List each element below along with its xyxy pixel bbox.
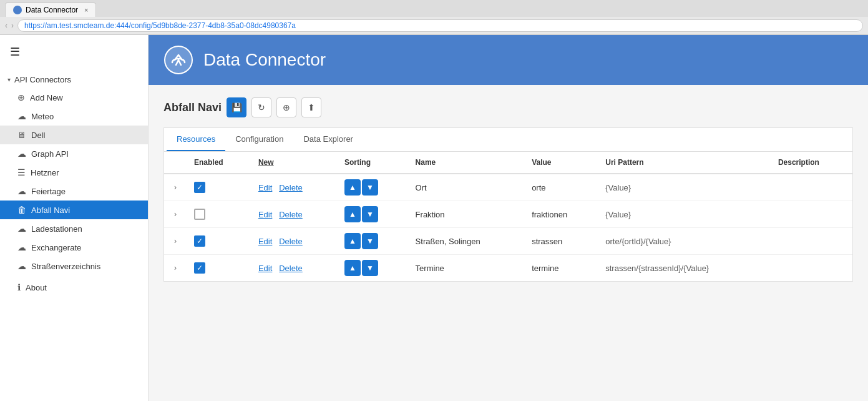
sidebar-item-ladestationen[interactable]: ☁ Ladestationen: [0, 219, 148, 238]
tab-favicon: [13, 6, 22, 14]
delete-button[interactable]: Delete: [279, 264, 303, 273]
browser-tab[interactable]: Data Connector ×: [5, 2, 96, 17]
tab-close-button[interactable]: ×: [84, 6, 88, 14]
browser-chrome: Data Connector × ‹ › https://am.test.smc…: [0, 0, 868, 35]
sidebar-item-hetzner[interactable]: ☰ Hetzner: [0, 163, 148, 182]
export-button[interactable]: ⬆: [301, 97, 321, 117]
sort-up-button[interactable]: ▲: [344, 260, 361, 276]
sidebar-group-label: API Connectors: [14, 75, 71, 84]
hamburger-menu-button[interactable]: ☰: [0, 35, 148, 69]
row-uri-pattern-cell: strassen/{strassenId}/{Value}: [598, 255, 771, 282]
row-name-cell: Fraktion: [408, 201, 525, 228]
chevron-down-icon: ▾: [7, 76, 11, 83]
sort-up-button[interactable]: ▲: [344, 179, 361, 196]
expand-button[interactable]: ›: [172, 209, 179, 220]
sidebar-item-label: Graph API: [31, 149, 69, 159]
table-header-row: Enabled New Sorting Name Value Uri Patte…: [164, 152, 852, 174]
col-enabled: Enabled: [187, 152, 251, 174]
sort-buttons: ▲ ▼: [344, 206, 401, 222]
tab-data-explorer[interactable]: Data Explorer: [293, 128, 363, 151]
col-value: Value: [524, 152, 598, 174]
sidebar-item-meteo[interactable]: ☁ Meteo: [0, 107, 148, 126]
export-icon: ⬆: [308, 102, 315, 112]
tabs: Resources Configuration Data Explorer: [164, 128, 852, 152]
info-icon: ℹ: [17, 282, 21, 292]
add-resource-button[interactable]: ⊕: [276, 97, 296, 117]
sort-buttons: ▲ ▼: [344, 233, 401, 249]
cloud-icon: ☁: [17, 224, 26, 234]
save-button[interactable]: 💾: [227, 97, 246, 117]
sidebar-item-label: Straßenverzeichnis: [31, 262, 100, 271]
col-new[interactable]: New: [251, 152, 337, 174]
row-enabled-cell: ✓: [187, 174, 251, 201]
sidebar-item-exchangerate[interactable]: ☁ Exchangerate: [0, 238, 148, 257]
row-actions-cell: Edit Delete: [251, 201, 337, 228]
row-uri-pattern-cell: {Value}: [598, 174, 771, 201]
row-value-cell: termine: [524, 255, 598, 282]
sidebar-group-api-connectors[interactable]: ▾ API Connectors: [0, 71, 148, 88]
enabled-checkbox[interactable]: ✓: [194, 262, 205, 274]
expand-button[interactable]: ›: [172, 182, 179, 193]
main-content: Data Connector Abfall Navi 💾 ↻ ⊕ ⬆: [149, 35, 868, 401]
cloud-icon: ☁: [17, 242, 26, 252]
row-name-cell: Termine: [408, 255, 525, 282]
sort-down-button[interactable]: ▼: [362, 179, 378, 196]
save-icon: 💾: [232, 102, 242, 112]
nav-forward-button[interactable]: ›: [11, 21, 14, 30]
header-logo-icon: [163, 45, 193, 75]
expand-button[interactable]: ›: [172, 235, 179, 247]
connector-header: Abfall Navi 💾 ↻ ⊕ ⬆: [163, 97, 853, 117]
enabled-checkbox[interactable]: ✓: [194, 182, 205, 193]
sort-down-button[interactable]: ▼: [362, 233, 378, 249]
delete-button[interactable]: Delete: [279, 210, 303, 219]
col-description: Description: [771, 152, 852, 174]
add-icon: ⊕: [283, 102, 290, 112]
trash-icon: 🗑: [17, 205, 26, 215]
sidebar-item-about[interactable]: ℹ About: [0, 278, 148, 297]
sort-buttons: ▲ ▼: [344, 260, 401, 276]
sidebar-item-label: Meteo: [31, 112, 54, 121]
sidebar-item-abfall-navi[interactable]: 🗑 Abfall Navi: [0, 200, 148, 219]
edit-button[interactable]: Edit: [258, 237, 272, 246]
sidebar-item-add-new[interactable]: ⊕ Add New: [0, 88, 148, 107]
sort-down-button[interactable]: ▼: [362, 260, 378, 276]
nav-back-button[interactable]: ‹: [5, 21, 7, 30]
row-enabled-cell: ✓: [187, 255, 251, 282]
edit-button[interactable]: Edit: [258, 264, 272, 273]
sidebar-item-label: Exchangerate: [31, 243, 81, 252]
sort-down-button[interactable]: ▼: [362, 206, 378, 222]
table-row: › ✓ Edit Delete: [164, 228, 852, 255]
row-expand-cell: ›: [164, 255, 187, 282]
row-actions-cell: Edit Delete: [251, 255, 337, 282]
enabled-checkbox[interactable]: [194, 209, 205, 220]
sidebar-item-strassenverzeichnis[interactable]: ☁ Straßenverzeichnis: [0, 257, 148, 275]
tab-resources[interactable]: Resources: [167, 128, 225, 151]
row-value-cell: orte: [524, 174, 598, 201]
sidebar-item-dell[interactable]: 🖥 Dell: [0, 126, 148, 144]
row-enabled-cell: [187, 201, 251, 228]
sidebar-item-label: Feiertage: [31, 187, 66, 196]
sidebar-item-label: Hetzner: [31, 168, 59, 177]
tab-configuration[interactable]: Configuration: [225, 128, 293, 151]
cloud-icon: ☁: [17, 186, 26, 196]
sidebar-item-feiertage[interactable]: ☁ Feiertage: [0, 182, 148, 200]
sidebar: ☰ ▾ API Connectors ⊕ Add New ☁ Meteo 🖥 D…: [0, 35, 149, 401]
sort-up-button[interactable]: ▲: [344, 233, 361, 249]
url-bar[interactable]: https://am.test.smcteam.de:444/config/5d…: [17, 19, 863, 32]
sort-up-button[interactable]: ▲: [344, 206, 361, 222]
delete-button[interactable]: Delete: [279, 183, 303, 192]
resources-table: Enabled New Sorting Name Value Uri Patte…: [164, 152, 852, 281]
edit-button[interactable]: Edit: [258, 183, 272, 192]
sidebar-item-graph-api[interactable]: ☁ Graph API: [0, 144, 148, 163]
delete-button[interactable]: Delete: [279, 237, 303, 246]
row-description-cell: [771, 228, 852, 255]
refresh-button[interactable]: ↻: [251, 97, 271, 117]
enabled-checkbox[interactable]: ✓: [194, 235, 205, 247]
edit-button[interactable]: Edit: [258, 210, 272, 219]
expand-button[interactable]: ›: [172, 262, 179, 274]
row-description-cell: [771, 201, 852, 228]
row-enabled-cell: ✓: [187, 228, 251, 255]
app-title: Data Connector: [203, 50, 326, 70]
row-sorting-cell: ▲ ▼: [337, 255, 408, 282]
table-row: › ✓ Edit Delete: [164, 255, 852, 282]
